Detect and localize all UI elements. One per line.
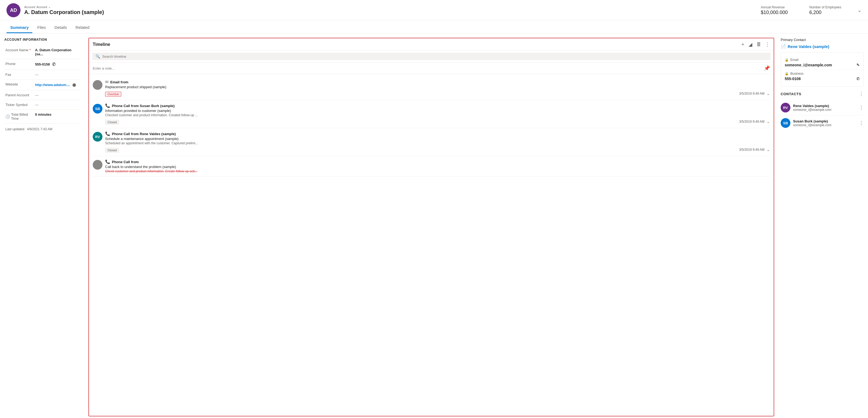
website-value: http://www.adatum.... ◉: [35, 82, 80, 87]
required-indicator: *: [29, 48, 31, 52]
attach-icon[interactable]: 📌: [764, 65, 770, 71]
contact-email-row: 🔒 Email someone_i@example.com ✎: [785, 56, 860, 69]
right-panel: Primary Contact 📄 Rene Valdes (sample) 🔒…: [777, 38, 864, 416]
search-box: 🔍: [92, 53, 770, 60]
phone-icon[interactable]: ✆: [52, 62, 56, 67]
annual-revenue-label: Annual Revenue: [761, 5, 788, 9]
field-phone: Phone 555-0158 ✆: [4, 59, 81, 70]
search-icon: 🔍: [95, 54, 100, 59]
contact-name[interactable]: Susan Burk (sample): [793, 119, 856, 123]
company-name: A. Datum Corporation (sample): [24, 9, 761, 16]
breadcrumb-text: Account: Account: [24, 5, 47, 9]
field-website: Website http://www.adatum.... ◉: [4, 80, 81, 90]
tab-files[interactable]: Files: [33, 22, 50, 33]
email-icon: ✉: [105, 80, 108, 84]
item-title-row: 📞 Phone Call from Susan Burk (sample): [105, 103, 175, 108]
field-account-name: Account Name * A. Datum Corporation (sa.…: [4, 45, 81, 59]
breadcrumb[interactable]: Account: Account ⌄: [24, 5, 761, 9]
parent-account-label: Parent Account: [5, 93, 35, 97]
phone-value: 555-0158 ✆: [35, 62, 80, 67]
tab-related[interactable]: Related: [72, 22, 93, 33]
contact-name[interactable]: Rene Valdes (sample): [793, 104, 856, 108]
account-info-title: ACCOUNT INFORMATION: [4, 38, 81, 41]
left-panel: ACCOUNT INFORMATION Account Name * A. Da…: [4, 38, 85, 416]
page-header: AD Account: Account ⌄ A. Datum Corporati…: [0, 0, 868, 20]
avatar: AD: [6, 3, 21, 17]
item-title-row: ✉ Email from: [105, 80, 128, 84]
item-content: ✉ Email from Replacement product shipped…: [105, 80, 770, 96]
contact-details: Susan Burk (sample) someone_l@example.co…: [793, 119, 856, 127]
fax-value: ---: [35, 72, 80, 77]
website-label: Website: [5, 82, 35, 86]
primary-contact-name[interactable]: 📄 Rene Valdes (sample): [781, 44, 864, 49]
item-content: 📞 Phone Call from Susan Burk (sample) In…: [105, 103, 770, 125]
note-input[interactable]: [93, 66, 764, 70]
item-avatar: RV: [93, 132, 102, 142]
globe-icon[interactable]: ◉: [72, 82, 76, 87]
item-content: 📞 Phone Call from Call back to understan…: [105, 159, 770, 173]
timeline-title: Timeline: [93, 42, 741, 47]
timeline-card: Timeline + ◢ ≣ ⋮ 🔍 📌: [88, 38, 774, 416]
closed-badge: Closed: [105, 148, 119, 153]
header-metrics: Annual Revenue $10,000.000 Number of Emp…: [761, 5, 852, 16]
contact-avatar-rv: RV: [781, 103, 790, 113]
item-header: 📞 Phone Call from Rene Valdes (sample): [105, 131, 770, 136]
tab-summary[interactable]: Summary: [6, 22, 32, 33]
contacts-more-button[interactable]: ⋮: [859, 91, 864, 97]
timeline-item: 📞 Phone Call from Call back to understan…: [93, 156, 770, 177]
item-date: 3/5/2019 9:49 AM: [739, 148, 765, 152]
expand-icon[interactable]: ⌄: [767, 148, 770, 152]
edit-email-icon[interactable]: ✎: [857, 63, 860, 67]
timeline-items: ✉ Email from Replacement product shipped…: [89, 74, 774, 416]
sort-timeline-button[interactable]: ≣: [757, 41, 761, 48]
employees-value: 6,200: [809, 10, 841, 16]
timeline-search-area: 🔍: [89, 51, 774, 63]
item-avatar: [93, 80, 102, 90]
contact-link-icon: 📄: [781, 44, 786, 49]
phone-call-icon: 📞: [105, 159, 110, 164]
timeline-item: SB 📞 Phone Call from Susan Burk (sample)…: [93, 100, 770, 128]
item-avatar: SB: [93, 104, 102, 114]
field-parent-account: Parent Account ---: [4, 90, 81, 100]
collapse-button[interactable]: ⌄: [858, 7, 862, 13]
tab-details[interactable]: Details: [51, 22, 71, 33]
account-name-value[interactable]: A. Datum Corporation (sa...: [35, 48, 80, 56]
expand-icon[interactable]: ⌄: [767, 91, 770, 96]
fax-label: Fax: [5, 72, 35, 77]
add-timeline-button[interactable]: +: [741, 42, 744, 48]
overdue-badge: Overdue: [105, 92, 121, 96]
contact-more-button[interactable]: ⋮: [859, 104, 864, 111]
email-type-label: 🔒 Email: [785, 58, 860, 62]
field-ticker-symbol: Ticker Symbol ---: [4, 100, 81, 110]
item-desc: Scheduled an appointment with the custom…: [105, 141, 770, 145]
search-input[interactable]: [102, 55, 767, 59]
contacts-title: CONTACTS: [781, 92, 801, 96]
ticker-symbol-label: Ticker Symbol: [5, 103, 35, 107]
filter-timeline-button[interactable]: ◢: [749, 41, 752, 48]
contact-avatar-sb: SB: [781, 118, 790, 128]
phone-icon-business[interactable]: ✆: [857, 77, 860, 81]
employees-metric: Number of Employees 6,200: [809, 5, 841, 16]
more-timeline-button[interactable]: ⋮: [765, 41, 770, 48]
item-avatar: [93, 160, 102, 170]
item-title: Phone Call from Susan Burk (sample): [112, 104, 175, 108]
field-total-billed-time: 🕓 Total Billed Time 0 minutes: [4, 110, 81, 123]
middle-panel: Timeline + ◢ ≣ ⋮ 🔍 📌: [85, 38, 777, 416]
total-billed-time-label: 🕓 Total Billed Time: [5, 113, 35, 121]
contact-business-row: 🔒 Business 555-0108 ✆: [785, 69, 860, 83]
item-subtitle: Schedule a maintenance appointment (samp…: [105, 137, 770, 141]
list-item: RV Rene Valdes (sample) someone_i@exampl…: [781, 100, 864, 115]
contact-more-button[interactable]: ⋮: [859, 120, 864, 126]
timeline-header: Timeline + ◢ ≣ ⋮: [89, 38, 774, 51]
phone-call-icon: 📞: [105, 103, 110, 108]
item-subtitle: Replacement product shipped (sample): [105, 85, 770, 89]
lock-icon-business: 🔒: [785, 72, 789, 76]
contact-email: someone_l@example.com: [793, 123, 856, 127]
main-content: ACCOUNT INFORMATION Account Name * A. Da…: [0, 33, 868, 416]
primary-contact-info-card: 🔒 Email someone_i@example.com ✎ 🔒 Busine…: [781, 52, 864, 87]
parent-account-value: ---: [35, 93, 80, 97]
note-input-area: 📌: [89, 63, 774, 74]
chevron-down-icon: ⌄: [48, 5, 51, 9]
expand-icon[interactable]: ⌄: [767, 119, 770, 124]
tab-bar: Summary Files Details Related: [0, 22, 868, 33]
